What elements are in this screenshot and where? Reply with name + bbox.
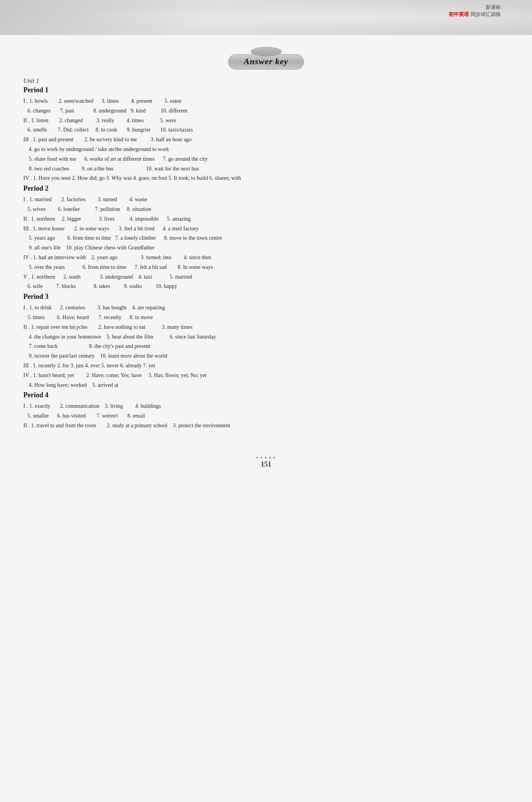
period1-line4: 6. smells 7. Did; collect 8. to cook 9. … [23,125,509,135]
period1-line5: III . 1. past and present 2. be so/very … [23,135,509,144]
period3-line5: 7. come back 8. the city's past and pres… [23,342,509,351]
period2-line9: V . 1. northern 2. south 3. underground … [23,272,509,282]
answer-key-title: Answer key [0,47,532,70]
period1-line9: IV . 1. Have you seen 2. How did; go 3. … [23,174,509,183]
page-footer: ✦✦✦✦✦ 151 [0,448,532,472]
answer-key-label: Answer key [244,56,288,66]
period2-line1: I . 1. married 2. factories 3. turned 4.… [23,195,509,204]
answer-key-oval [251,47,282,56]
period2-line10: 6. wife 7. blocks 8. takes 9. walks 10. … [23,282,509,291]
page-number: 151 [261,460,271,468]
period1-line3: II . 1. listen 2. changed 3. really 4. t… [23,116,509,125]
content-area: Unit 1 Period 1 I . 1. bowls 2. seen/wat… [0,77,532,448]
header-line3: 同步词汇训练 [471,11,501,18]
period2-line7: IV . 1. had an interview with 2. years a… [23,253,509,262]
period4-line3: II . 1. travel to and from the town 2. s… [23,421,509,430]
period1-title: Period 1 [23,86,509,94]
period2-line2: 5. wives 6. lonelier 7. pollution 8. sit… [23,205,509,214]
period1-line2: 6. changes 7. past 8. underground 9. kin… [23,106,509,116]
period2-line6: 9. all one's life 10. play Chinese chess… [23,243,509,253]
period4-line1: I . 1. exactly 2. communication 3. livin… [23,402,509,411]
period3-line3: II . 1. repair over ten bicycles 2. have… [23,323,509,332]
header-background: 新课标 初中英语 同步词汇训练 [0,0,532,35]
header-text: 新课标 初中英语 同步词汇训练 [449,4,501,18]
period3-line4: 4. the changes in your hometown 5. hear … [23,332,509,342]
period4-block: Period 4 I . 1. exactly 2. communication… [23,391,509,430]
header-line2: 初中英语 [449,11,469,18]
period3-line9: 4. How long have; worked 5. arrived at [23,381,509,390]
period3-line1: I . 1. to drink 2. centuries 3. has boug… [23,303,509,312]
header-line1: 新课标 [449,4,501,11]
period1-block: Period 1 I . 1. bowls 2. seen/watched 3.… [23,86,509,183]
period2-line3: II . 1. northern 2. bigger 3. lives 4. i… [23,214,509,224]
period3-line2: 5. times 6. Have; heard 7. recently 8. t… [23,313,509,322]
period2-block: Period 2 I . 1. married 2. factories 3. … [23,184,509,291]
period2-title: Period 2 [23,184,509,193]
period1-line7: 5. share food with me 6. works of art at… [23,154,509,164]
period2-line4: III . 1. move house 2. in some ways 3. f… [23,224,509,233]
period3-line6: 9. in/over the past/last century 10. lea… [23,351,509,361]
period3-block: Period 3 I . 1. to drink 2. centuries 3.… [23,293,509,390]
period3-line7: III . 1. recently 2. for 3. just 4. ever… [23,361,509,370]
page: 新课标 初中英语 同步词汇训练 Answer key Unit 1 Period… [0,0,532,802]
period1-line1: I . 1. bowls 2. seen/watched 3. times 4.… [23,97,509,106]
period2-line5: 5. years ago 6. from time to time 7. a l… [23,233,509,243]
unit1-title: Unit 1 [23,77,509,84]
period3-title: Period 3 [23,293,509,301]
footer-stars: ✦✦✦✦✦ [0,455,532,460]
period1-line6: 4. go to work by underground / take an/t… [23,145,509,154]
period4-line2: 5. smaller 6. has visited 7. weren't 8. … [23,411,509,421]
period2-line8: 5. over the years 6. from time to time 7… [23,263,509,272]
period3-line8: IV . 1. hasn't heard; yet 2. Have; come;… [23,371,509,380]
period4-title: Period 4 [23,391,509,399]
period1-line8: 8. two red coaches 9. on a/the bus 10. w… [23,164,509,174]
